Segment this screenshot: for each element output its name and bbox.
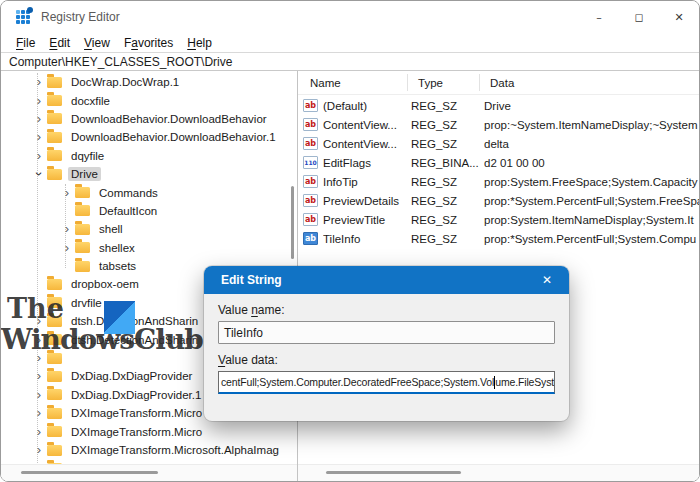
list-hscrollbar-track[interactable]: [298, 464, 699, 481]
column-header-type[interactable]: Type: [408, 74, 480, 91]
tree-item-defaulticon[interactable]: ›DefaultIcon: [1, 202, 297, 220]
tree-item-downloadbehavior.downloadbehavior.1[interactable]: ›DownloadBehavior.DownloadBehavior.1: [1, 128, 297, 146]
menu-item-help[interactable]: Help: [180, 35, 219, 51]
value-type: REG_BINA...: [411, 157, 484, 169]
chevron-collapsed-icon[interactable]: ›: [59, 188, 75, 198]
chevron-collapsed-icon[interactable]: ›: [59, 224, 75, 234]
value-name-field[interactable]: TileInfo: [218, 321, 555, 344]
menu-bar: FileEditViewFavoritesHelp: [1, 33, 699, 52]
chevron-collapsed-icon[interactable]: ›: [31, 132, 47, 142]
value-data-label: Value data:: [218, 353, 555, 367]
chevron-collapsed-icon[interactable]: ›: [59, 243, 75, 253]
column-header-data[interactable]: Data: [480, 74, 699, 91]
dialog-title: Edit String: [221, 273, 282, 287]
reg-sz-icon: ab: [303, 232, 318, 245]
tree-hscrollbar-track[interactable]: [1, 464, 297, 481]
tree-item-label: DownloadBehavior.DownloadBehavior: [68, 112, 270, 126]
dialog-title-bar: Edit String ✕: [204, 266, 569, 294]
menu-item-edit[interactable]: Edit: [42, 35, 77, 51]
tree-item-label: DefaultIcon: [96, 204, 160, 218]
tree-item-label: DownloadBehavior.DownloadBehavior.1: [68, 130, 279, 144]
minimize-button[interactable]: –: [579, 1, 619, 33]
tree-item-label: Drive: [68, 167, 101, 181]
list-hscrollbar-thumb[interactable]: [326, 471, 461, 474]
tree-item-dqyfile[interactable]: ›dqyfile: [1, 147, 297, 165]
reg-sz-icon: ab: [303, 99, 318, 112]
list-rows: ab(Default)REG_SZDriveabContentView...RE…: [298, 96, 699, 248]
chevron-collapsed-icon[interactable]: ›: [31, 335, 47, 345]
tree-item-dximagetransform.micro[interactable]: ›DXImageTransform.Micro: [1, 422, 297, 440]
tree-item-commands[interactable]: ›Commands: [1, 183, 297, 201]
tree-item-label: DXImageTransform.Microsoft.AlphaImag: [68, 443, 282, 457]
column-header-name[interactable]: Name: [298, 74, 408, 91]
tree-vscrollbar-thumb[interactable]: [291, 186, 294, 259]
folder-icon: [47, 316, 62, 327]
value-type: REG_SZ: [411, 100, 484, 112]
tree-item-label: DXImageTransform.Micro: [68, 406, 205, 420]
folder-icon: [47, 150, 62, 161]
tree-item-label: tabsets: [96, 259, 139, 273]
chevron-collapsed-icon[interactable]: ›: [31, 114, 47, 124]
menu-item-favorites[interactable]: Favorites: [117, 35, 180, 51]
chevron-collapsed-icon[interactable]: ›: [31, 390, 47, 400]
value-row-previewdetails[interactable]: abPreviewDetailsREG_SZprop:*System.Perce…: [298, 191, 699, 210]
close-button[interactable]: ✕: [659, 1, 699, 33]
value-row-infotip[interactable]: abInfoTipREG_SZprop:System.FreeSpace;Sys…: [298, 172, 699, 191]
tree-item-drive[interactable]: ›Drive: [1, 165, 297, 183]
value-name: (Default): [323, 100, 411, 112]
tree-hscrollbar-thumb[interactable]: [21, 471, 158, 474]
value-data: Drive: [484, 100, 699, 112]
maximize-button[interactable]: ◻: [619, 1, 659, 33]
tree-item-label: dtsh.DetectionAndSharin: [68, 333, 201, 347]
chevron-collapsed-icon[interactable]: ›: [31, 353, 47, 363]
value-name: TileInfo: [323, 233, 411, 245]
value-type: REG_SZ: [411, 195, 484, 207]
chevron-collapsed-icon[interactable]: ›: [31, 96, 47, 106]
value-row-editflags[interactable]: 110EditFlagsREG_BINA...d2 01 00 00: [298, 153, 699, 172]
menu-item-view[interactable]: View: [77, 35, 117, 51]
chevron-collapsed-icon[interactable]: ›: [31, 316, 47, 326]
folder-icon: [47, 169, 62, 180]
dialog-close-icon[interactable]: ✕: [535, 273, 559, 287]
chevron-collapsed-icon[interactable]: ›: [31, 151, 47, 161]
value-row-contentview[interactable]: abContentView...REG_SZprop:~System.ItemN…: [298, 115, 699, 134]
tree-item-label: dtsh.DetectionAndSharin: [68, 314, 201, 328]
tree-item-shell[interactable]: ›shell: [1, 220, 297, 238]
value-row-previewtitle[interactable]: abPreviewTitleREG_SZprop:System.ItemName…: [298, 210, 699, 229]
tree-item-label: drvfile: [68, 296, 105, 310]
tree-item-label: dqyfile: [68, 149, 107, 163]
tree-item-label: Commands: [96, 186, 161, 200]
tree-item-downloadbehavior.downloadbehavior[interactable]: ›DownloadBehavior.DownloadBehavior: [1, 110, 297, 128]
value-name-label: Value name:: [218, 303, 555, 317]
chevron-collapsed-icon[interactable]: ›: [31, 371, 47, 381]
tree-item-docwrap.docwrap.1[interactable]: ›DocWrap.DocWrap.1: [1, 73, 297, 91]
value-data: prop:*System.PercentFull;System.Compu: [484, 233, 699, 245]
window-title: Registry Editor: [41, 10, 120, 24]
value-data-text-after-caret: ume.FileSystem: [495, 376, 555, 388]
address-bar[interactable]: Computer\HKEY_CLASSES_ROOT\Drive: [1, 52, 699, 71]
tree-item-dximagetransform.microsoft.alphaimag[interactable]: ›DXImageTransform.Microsoft.AlphaImag: [1, 441, 297, 459]
chevron-expanded-icon[interactable]: ›: [34, 166, 44, 182]
reg-sz-icon: ab: [303, 118, 318, 131]
value-type: REG_SZ: [411, 119, 484, 131]
chevron-collapsed-icon[interactable]: ›: [31, 427, 47, 437]
tree-item-shellex[interactable]: ›shellex: [1, 239, 297, 257]
value-row-tileinfo[interactable]: abTileInfoREG_SZprop:*System.PercentFull…: [298, 229, 699, 248]
value-data: prop:System.FreeSpace;System.Capacity: [484, 176, 699, 188]
menu-item-file[interactable]: File: [9, 35, 42, 51]
value-data-field[interactable]: centFull;System.Computer.DecoratedFreeSp…: [218, 371, 555, 394]
chevron-collapsed-icon[interactable]: ›: [31, 77, 47, 87]
tree-item-docxfile[interactable]: ›docxfile: [1, 91, 297, 109]
value-name: ContentView...: [323, 119, 411, 131]
chevron-collapsed-icon[interactable]: ›: [31, 408, 47, 418]
folder-icon: [47, 445, 62, 456]
chevron-collapsed-icon[interactable]: ›: [31, 445, 47, 455]
value-data: d2 01 00 00: [484, 157, 699, 169]
tree-item-label: shell: [96, 222, 126, 236]
value-row-default[interactable]: ab(Default)REG_SZDrive: [298, 96, 699, 115]
folder-icon: [75, 242, 90, 253]
dialog-body: Value name: TileInfo Value data: centFul…: [204, 294, 569, 394]
address-path: Computer\HKEY_CLASSES_ROOT\Drive: [9, 55, 232, 69]
value-type: REG_SZ: [411, 214, 484, 226]
value-row-contentview[interactable]: abContentView...REG_SZdelta: [298, 134, 699, 153]
